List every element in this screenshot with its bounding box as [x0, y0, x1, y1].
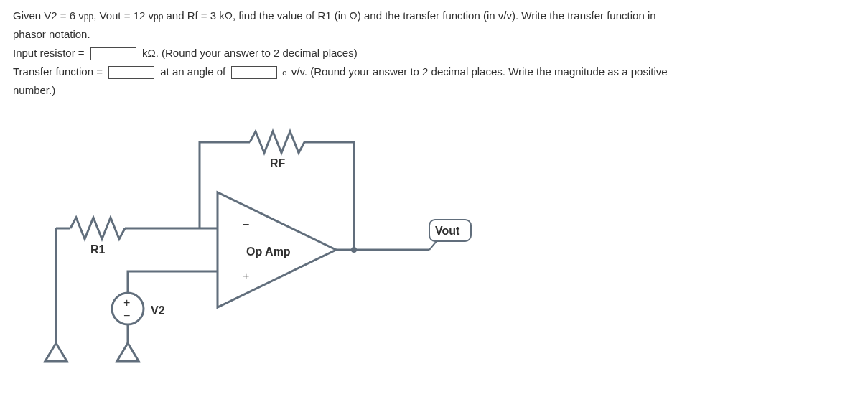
transfer-function-line: Transfer function = at an angle of o v/v…	[13, 63, 855, 80]
magnitude-field[interactable]	[108, 66, 154, 79]
question-line-1: Given V2 = 6 vpp, Vout = 12 vpp and Rf =…	[13, 7, 855, 24]
ground-icon	[45, 343, 67, 361]
input-resistor-suffix: kΩ. (Round your answer to 2 decimal plac…	[139, 45, 358, 62]
subscript: pp	[84, 10, 93, 24]
node-dot	[351, 247, 357, 253]
resistor-r1-icon	[70, 218, 125, 239]
ground-icon	[117, 343, 139, 361]
input-resistor-field[interactable]	[90, 47, 136, 60]
source-minus: −	[123, 309, 130, 322]
v2-label: V2	[151, 304, 165, 317]
source-plus: +	[123, 296, 130, 309]
text: , Vout = 12 v	[93, 7, 154, 24]
transfer-suffix-text: v/v. (Round your answer to 2 decimal pla…	[289, 63, 668, 80]
question-line-5: number.)	[13, 82, 855, 99]
opamp-label: Op Amp	[246, 246, 291, 258]
subscript: pp	[154, 10, 163, 24]
vout-pointer	[429, 241, 437, 250]
text: number.)	[13, 82, 55, 99]
wire	[304, 142, 354, 250]
circuit-diagram: R1 RF + − V2 − + Op Amp Vout	[27, 113, 855, 401]
resistor-rf-icon	[250, 131, 304, 153]
r1-label: R1	[90, 243, 106, 256]
vout-label: Vout	[435, 225, 460, 237]
text: Given V2 = 6 v	[13, 7, 84, 24]
transfer-mid-text: at an angle of	[157, 63, 228, 80]
opamp-minus: −	[243, 218, 249, 230]
question-text: Given V2 = 6 vpp, Vout = 12 vpp and Rf =…	[13, 7, 855, 99]
transfer-function-label: Transfer function =	[13, 63, 106, 80]
opamp-plus: +	[243, 270, 249, 282]
text: and Rf = 3 kΩ, find the value of R1 (in …	[163, 7, 655, 24]
wire	[128, 271, 142, 293]
question-line-2: phasor notation.	[13, 26, 855, 43]
rf-label: RF	[270, 157, 286, 169]
input-resistor-label: Input resistor =	[13, 45, 88, 62]
angle-field[interactable]	[231, 66, 277, 79]
input-resistor-line: Input resistor = kΩ. (Round your answer …	[13, 45, 855, 62]
degree-symbol: o	[282, 66, 286, 79]
text: phasor notation.	[13, 26, 90, 43]
